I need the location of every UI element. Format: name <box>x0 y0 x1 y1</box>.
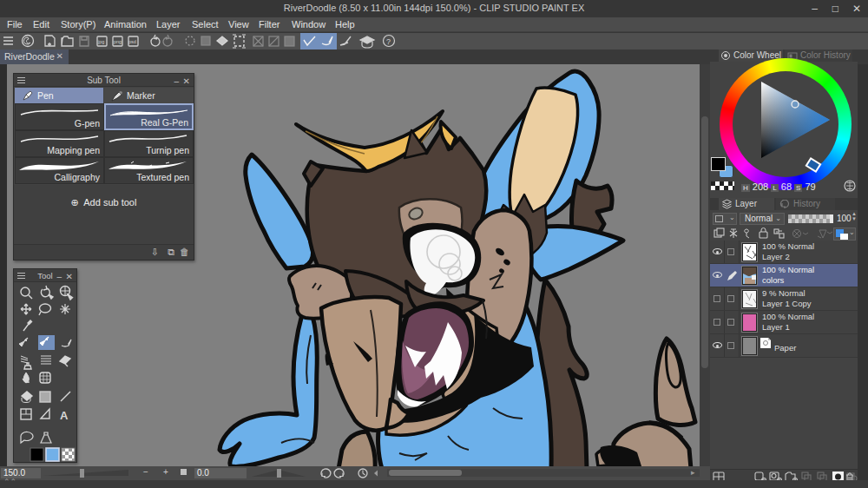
svg-text:png: png <box>114 39 122 44</box>
svg-text:jpg: jpg <box>97 39 104 44</box>
svg-text:?: ? <box>386 37 391 46</box>
svg-text:psd: psd <box>128 39 136 44</box>
svg-text:A: A <box>60 409 69 422</box>
